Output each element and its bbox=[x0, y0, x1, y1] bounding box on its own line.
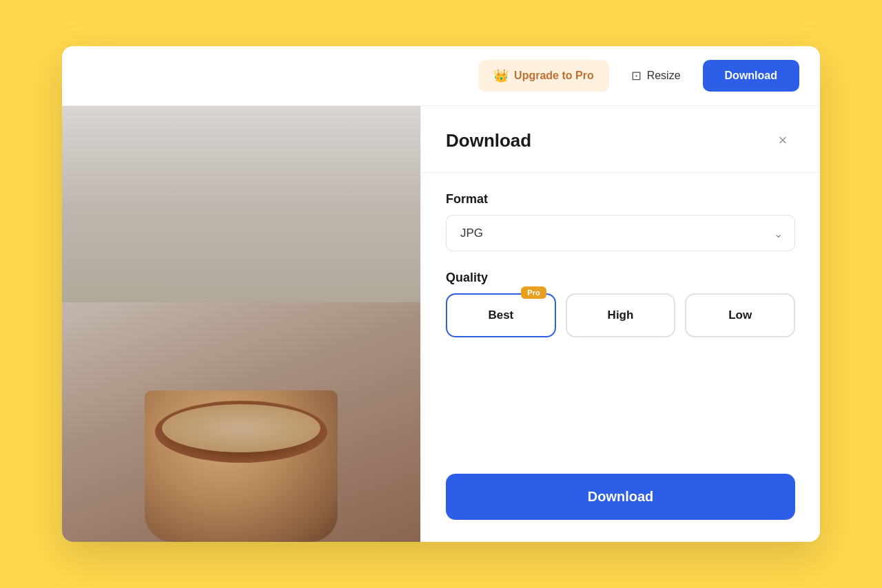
quality-high-button[interactable]: High bbox=[566, 293, 676, 337]
close-icon: × bbox=[779, 132, 788, 149]
format-select[interactable]: JPG PNG PDF SVG bbox=[446, 215, 795, 251]
header-download-label: Download bbox=[725, 70, 777, 81]
main-content: Download × Format JPG PNG PDF SVG ⌄ bbox=[62, 106, 820, 542]
image-bottom-area bbox=[62, 302, 420, 542]
close-button[interactable]: × bbox=[770, 128, 795, 153]
quality-options: Pro Best High Low bbox=[446, 293, 795, 337]
quality-section: Quality Pro Best High Low bbox=[446, 271, 795, 337]
upgrade-button[interactable]: 👑 Upgrade to Pro bbox=[478, 60, 609, 92]
main-download-label: Download bbox=[588, 489, 654, 504]
header-download-button[interactable]: Download bbox=[703, 60, 799, 92]
format-select-wrapper: JPG PNG PDF SVG ⌄ bbox=[446, 215, 795, 251]
download-panel: Download × Format JPG PNG PDF SVG ⌄ bbox=[420, 106, 820, 542]
divider bbox=[421, 172, 820, 173]
image-top-area bbox=[62, 106, 420, 302]
main-download-button[interactable]: Download bbox=[446, 474, 795, 520]
image-area bbox=[62, 106, 420, 542]
cup-foam bbox=[162, 404, 320, 452]
resize-label: Resize bbox=[647, 70, 681, 82]
panel-header: Download × bbox=[446, 128, 795, 153]
crown-icon: 👑 bbox=[493, 68, 509, 83]
quality-best-button[interactable]: Pro Best bbox=[446, 293, 556, 337]
coffee-background bbox=[62, 106, 420, 542]
pro-badge: Pro bbox=[521, 286, 546, 299]
quality-low-label: Low bbox=[728, 308, 752, 322]
top-bar: 👑 Upgrade to Pro ⊡ Resize Download bbox=[62, 46, 820, 106]
app-window: 👑 Upgrade to Pro ⊡ Resize Download bbox=[62, 46, 820, 542]
resize-icon: ⊡ bbox=[631, 68, 642, 83]
resize-button[interactable]: ⊡ Resize bbox=[617, 60, 695, 92]
cup-shape bbox=[145, 390, 338, 542]
format-section: Format JPG PNG PDF SVG ⌄ bbox=[446, 192, 795, 251]
quality-best-label: Best bbox=[488, 308, 513, 322]
quality-high-label: High bbox=[608, 308, 634, 322]
quality-low-button[interactable]: Low bbox=[685, 293, 795, 337]
format-label: Format bbox=[446, 192, 795, 207]
quality-label: Quality bbox=[446, 271, 795, 285]
panel-title: Download bbox=[446, 130, 531, 151]
upgrade-label: Upgrade to Pro bbox=[514, 70, 594, 82]
